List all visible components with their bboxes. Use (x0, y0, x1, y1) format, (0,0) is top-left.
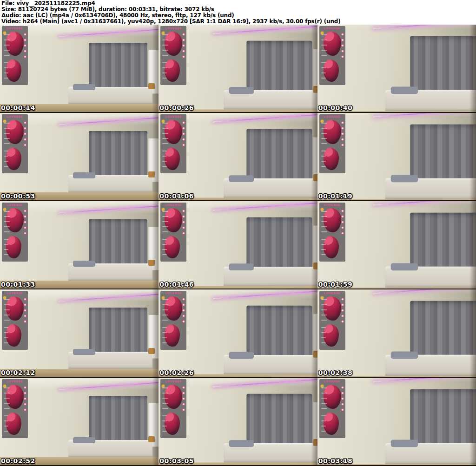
menu-dot-icon (24, 221, 26, 223)
menu-dot-icon (341, 210, 344, 212)
menu-dot-icon (182, 33, 185, 36)
menu-dot-icon (182, 221, 185, 223)
menu-dot-icon (24, 403, 26, 406)
bed-frame-graphic (148, 171, 155, 177)
menu-dot-icon (341, 44, 344, 47)
timestamp-label: 00:01:33 (1, 281, 35, 288)
tip-menu-dot-icons (341, 33, 344, 58)
tip-menu-dot-icons (182, 386, 185, 411)
menu-dot-icon (182, 127, 185, 130)
tip-menu-overlay: LOVENSE (2, 26, 28, 85)
menu-dot-icon (182, 144, 185, 146)
menu-dot-icon (341, 132, 344, 135)
tip-menu-text-lines (4, 327, 8, 343)
tip-menu-text-lines (162, 123, 168, 144)
timestamp-label: 00:01:06 (159, 192, 194, 200)
video-thumbnail: LOVENSE 00:00:14 (0, 25, 159, 113)
timestamp-label: 00:00:14 (1, 104, 35, 112)
menu-dot-icon (341, 138, 344, 141)
menu-dot-icon (341, 221, 344, 223)
overlay-brand-label: LOVENSE (2, 291, 28, 295)
tip-menu-dot-icons (24, 298, 26, 323)
tip-menu-overlay: LOVENSE (319, 291, 345, 350)
pillow-graphic (390, 175, 417, 182)
overlay-brand-label: LOVENSE (160, 203, 186, 207)
video-thumbnail: LOVENSE 00:01:33 (0, 201, 159, 289)
menu-dot-icon (182, 44, 185, 47)
tip-menu-overlay: LOVENSE (160, 379, 186, 438)
menu-dot-icon (24, 144, 26, 146)
tip-menu-text-lines (4, 387, 10, 409)
overlay-brand-label: LOVENSE (160, 26, 186, 30)
video-thumbnail: LOVENSE 00:02:52 (0, 378, 159, 466)
menu-dot-icon (24, 215, 26, 218)
tip-menu-text-lines (162, 299, 168, 321)
thumbnail-grid: LOVENSE 00:00:14 (0, 25, 476, 466)
menu-dot-icon (24, 132, 26, 135)
video-thumbnail: LOVENSE 00:00:40 (317, 25, 476, 113)
video-thumbnail: LOVENSE 00:03:18 (317, 378, 476, 466)
menu-dot-icon (24, 303, 26, 306)
menu-dot-icon (341, 39, 344, 41)
tip-menu-text-lines (162, 151, 167, 167)
tip-menu-text-lines (321, 415, 326, 432)
tip-menu-overlay: LOVENSE (160, 26, 186, 85)
menu-dot-icon (24, 298, 26, 301)
pillow-graphic (390, 86, 417, 94)
tip-menu-dot-icons (24, 121, 26, 146)
timestamp-label: 00:02:12 (1, 369, 35, 376)
video-info-line: Video: h264 (Main) (avc1 / 0x31637661), … (1, 19, 476, 25)
menu-dot-icon (341, 403, 344, 406)
tip-menu-overlay: LOVENSE (319, 379, 345, 438)
menu-dot-icon (182, 226, 185, 229)
menu-dot-icon (182, 315, 185, 317)
tip-menu-text-lines (4, 211, 10, 232)
menu-dot-icon (24, 315, 26, 317)
menu-dot-icon (182, 232, 185, 235)
menu-dot-icon (182, 309, 185, 312)
overlay-brand-label: LOVENSE (319, 26, 345, 30)
menu-dot-icon (341, 315, 344, 317)
pillow-graphic (229, 440, 254, 447)
menu-dot-icon (182, 138, 185, 141)
bed-frame-graphic (148, 348, 155, 354)
timestamp-label: 00:01:19 (318, 192, 353, 200)
tip-menu-overlay: LOVENSE (2, 114, 28, 173)
overlay-brand-label: LOVENSE (2, 114, 28, 118)
pillow-graphic (390, 263, 417, 270)
menu-dot-icon (24, 397, 26, 400)
tip-menu-text-lines (321, 62, 326, 79)
tip-menu-text-lines (321, 239, 326, 255)
bed-frame-graphic (313, 439, 317, 446)
bed-frame-graphic (148, 436, 155, 442)
menu-dot-icon (341, 386, 344, 389)
timestamp-label: 00:02:52 (1, 457, 35, 465)
video-thumbnail: LOVENSE 00:01:59 (317, 201, 476, 289)
menu-dot-icon (24, 33, 26, 36)
menu-dot-icon (182, 210, 185, 212)
menu-dot-icon (24, 386, 26, 389)
menu-dot-icon (182, 121, 185, 124)
menu-dot-icon (24, 309, 26, 312)
tip-menu-text-lines (162, 387, 168, 409)
menu-dot-icon (24, 138, 26, 141)
tip-menu-overlay: LOVENSE (160, 114, 186, 173)
tip-menu-dot-icons (24, 33, 26, 58)
pillow-graphic (229, 263, 254, 270)
tip-menu-text-lines (162, 211, 168, 232)
menu-dot-icon (182, 298, 185, 301)
tip-menu-text-lines (162, 327, 167, 343)
menu-dot-icon (24, 55, 26, 58)
tip-menu-overlay: LOVENSE (319, 203, 345, 262)
menu-dot-icon (24, 39, 26, 41)
menu-dot-icon (24, 121, 26, 124)
menu-dot-icon (182, 386, 185, 389)
overlay-brand-label: LOVENSE (2, 26, 28, 30)
pillow-graphic (229, 175, 254, 182)
tip-menu-text-lines (4, 34, 10, 56)
tip-menu-dot-icons (341, 298, 344, 323)
menu-dot-icon (182, 215, 185, 218)
video-thumbnail: LOVENSE 00:02:38 (317, 289, 476, 378)
menu-dot-icon (182, 50, 185, 53)
tip-menu-dot-icons (24, 210, 26, 235)
